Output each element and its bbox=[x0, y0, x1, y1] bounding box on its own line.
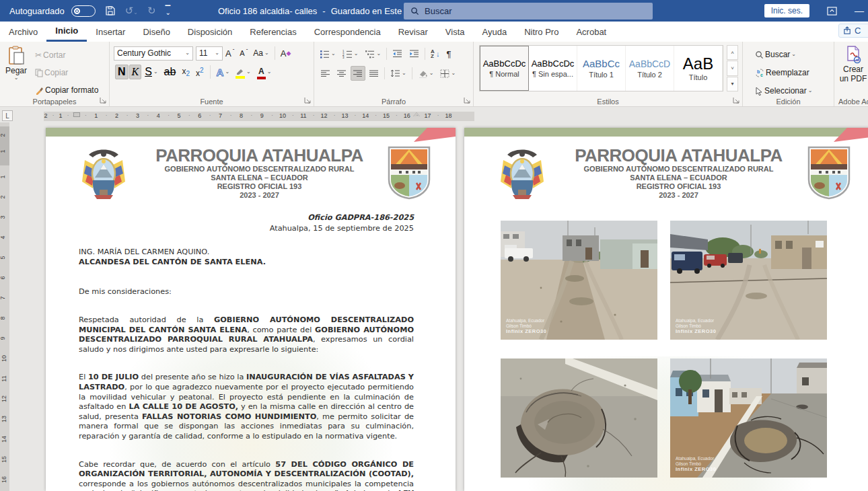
document-title[interactable]: Oficio 186 alcaldia- calles - Guardado e… bbox=[218, 6, 427, 16]
style-titulo2[interactable]: AaBbCcD Título 2 bbox=[626, 46, 674, 91]
save-icon[interactable] bbox=[105, 5, 116, 16]
create-pdf-label-1: Crear bbox=[843, 65, 863, 74]
shrink-font-button[interactable]: Aˇ bbox=[237, 46, 250, 61]
superscript-button[interactable]: x2 bbox=[193, 65, 207, 79]
grow-font-button[interactable]: Aˆ bbox=[223, 46, 237, 61]
clear-formatting-button[interactable]: A◆ bbox=[278, 46, 294, 61]
align-right-button[interactable] bbox=[351, 66, 365, 81]
subscript-button[interactable]: x2 bbox=[179, 65, 192, 79]
justify-button[interactable] bbox=[367, 66, 382, 81]
tab-correspondencia[interactable]: Correspondencia bbox=[305, 22, 390, 42]
tab-disposicion[interactable]: Disposición bbox=[179, 22, 241, 42]
estilos-dialog-launcher-icon[interactable] bbox=[733, 97, 740, 104]
page-2[interactable]: PARROQUIA ATAHUALPA GOBIERNO AUTÓNOMO DE… bbox=[464, 128, 868, 491]
style-normal-name: ¶ Normal bbox=[489, 70, 519, 78]
font-color-button[interactable]: A ⌄ bbox=[254, 65, 275, 79]
shading-button[interactable]: ⌄ bbox=[415, 66, 437, 81]
left-indent-marker[interactable] bbox=[73, 112, 80, 117]
create-pdf-button[interactable]: Crear un PDF bbox=[834, 42, 868, 83]
document-canvas[interactable]: PARROQUIA ATAHUALPA GOBIERNO AUTÓNOMO DE… bbox=[9, 122, 868, 491]
photo-street-sunken-asphalt[interactable]: Atahualpa, Ecuador Gilson Timbó Infinix … bbox=[670, 358, 827, 478]
styles-scroll-down-icon[interactable]: ˅ bbox=[727, 61, 738, 75]
italic-button[interactable]: K bbox=[129, 65, 142, 79]
photo-pothole-closeup[interactable] bbox=[501, 358, 657, 478]
bullets-button[interactable]: ⌄ bbox=[317, 46, 338, 61]
borders-icon bbox=[440, 69, 449, 78]
paragraph-1: Respetada autoridad de la GOBIERNO AUTÓN… bbox=[79, 315, 414, 354]
tab-acrobat[interactable]: Acrobat bbox=[567, 22, 615, 42]
select-label: Seleccionar bbox=[764, 86, 807, 96]
line-spacing-button[interactable]: ⌄ bbox=[388, 66, 409, 81]
align-center-button[interactable] bbox=[334, 66, 349, 81]
increase-indent-button[interactable] bbox=[406, 46, 422, 61]
strikethrough-button[interactable]: ab bbox=[161, 65, 179, 79]
ecuador-coat-of-arms bbox=[494, 145, 550, 202]
justify-icon bbox=[369, 70, 379, 77]
photo-street-with-truck[interactable]: Atahualpa, Ecuador Gilson Timbó Infinix … bbox=[501, 221, 657, 340]
borders-button[interactable]: ⌄ bbox=[437, 66, 458, 81]
svg-text:c: c bbox=[760, 73, 763, 77]
paragraph-3: Cabe recordar que, de acuerdo con el art… bbox=[79, 460, 414, 491]
tab-ayuda[interactable]: Ayuda bbox=[473, 22, 515, 42]
acrobat-pdf-icon bbox=[844, 46, 862, 65]
tab-nitro-pro[interactable]: Nitro Pro bbox=[515, 22, 567, 42]
tab-insertar[interactable]: Insertar bbox=[87, 22, 134, 42]
fuente-dialog-launcher-icon[interactable] bbox=[304, 97, 312, 104]
styles-scroll-up-icon[interactable]: ˄ bbox=[727, 45, 738, 60]
org-line3: REGISTRO OFICIAL 193 bbox=[132, 182, 387, 191]
portapapeles-dialog-launcher-icon[interactable] bbox=[100, 97, 107, 104]
group-label-estilos: Estilos bbox=[474, 98, 742, 106]
tab-archivo[interactable]: Archivo bbox=[0, 22, 46, 42]
undo-icon[interactable]: ↺⌄ bbox=[125, 5, 138, 17]
style-titulo[interactable]: AaB Título bbox=[674, 46, 723, 91]
h-ruler[interactable]: 21··1·2·3·4·5·6·7·8·9·10·11·12·13·14·15·… bbox=[44, 112, 474, 121]
style-sin-espaciado[interactable]: AaBbCcDc ¶ Sin espa... bbox=[529, 46, 577, 91]
font-size-chevron-icon: ⌄ bbox=[215, 50, 219, 56]
search-box[interactable]: Buscar bbox=[404, 3, 653, 20]
qat-customize-icon[interactable]: ▔⌄ bbox=[166, 7, 171, 14]
paste-button[interactable]: Pegar ⌄ bbox=[0, 42, 32, 98]
tab-diseno[interactable]: Diseño bbox=[134, 22, 178, 42]
page-1[interactable]: PARROQUIA ATAHUALPA GOBIERNO AUTÓNOMO DE… bbox=[46, 128, 456, 491]
select-button[interactable]: Seleccionar⌄ bbox=[752, 83, 834, 98]
title-separator: - bbox=[322, 6, 325, 16]
parrafo-dialog-launcher-icon[interactable] bbox=[464, 97, 471, 104]
styles-more-icon[interactable]: ▾ bbox=[727, 77, 738, 91]
style-titulo1[interactable]: AaBbCc Título 1 bbox=[577, 46, 626, 91]
autosave-toggle[interactable] bbox=[71, 5, 96, 17]
sort-button[interactable]: AZ↓ bbox=[428, 46, 442, 61]
bold-button[interactable]: N bbox=[115, 65, 129, 79]
change-case-button[interactable]: Aa⌄ bbox=[250, 46, 271, 61]
show-marks-button[interactable]: ¶ bbox=[443, 46, 454, 61]
paragraph-2: El 10 DE JULIO del presente año se hizo … bbox=[79, 373, 414, 441]
find-button[interactable]: Buscar⌄ bbox=[752, 47, 834, 62]
tab-stop-selector[interactable]: L bbox=[2, 110, 13, 121]
photo-street-with-cars[interactable]: Atahualpa, Ecuador Gilson Timbó Infinix … bbox=[670, 221, 827, 340]
underline-button[interactable]: S⌄ bbox=[142, 65, 160, 79]
multilevel-list-button[interactable]: ⌄ bbox=[362, 46, 384, 61]
font-family-chevron-icon: ⌄ bbox=[185, 50, 190, 56]
tab-referencias[interactable]: Referencias bbox=[241, 22, 305, 42]
share-button[interactable]: C bbox=[838, 24, 868, 38]
oficio-date: Atahualpa, 15 de septiembre de 2025 bbox=[79, 224, 414, 234]
format-painter-button[interactable]: Copiar formato bbox=[32, 83, 101, 98]
style-normal[interactable]: AaBbCcDc ¶ Normal bbox=[480, 46, 529, 91]
highlight-button[interactable]: ⌄ bbox=[233, 65, 254, 79]
tab-vista[interactable]: Vista bbox=[437, 22, 474, 42]
v-ruler[interactable]: 2112345678910111213141516 bbox=[0, 122, 9, 491]
minimize-button[interactable]: — bbox=[855, 5, 864, 16]
org-line3: REGISTRO OFICIAL 193 bbox=[550, 182, 807, 191]
decrease-indent-button[interactable] bbox=[390, 46, 405, 61]
font-size-combo[interactable]: 11 ⌄ bbox=[196, 46, 223, 61]
redo-icon[interactable]: ↻ bbox=[147, 5, 156, 17]
font-family-combo[interactable]: Century Gothic ⌄ bbox=[114, 46, 193, 61]
numbering-button[interactable]: 123 ⌄ bbox=[340, 46, 361, 61]
group-label-acrobat: Adobe Acrob bbox=[834, 98, 868, 106]
ribbon-display-options-icon[interactable] bbox=[827, 6, 837, 16]
align-left-button[interactable] bbox=[318, 66, 333, 81]
text-effects-button[interactable]: A⌄ bbox=[214, 65, 233, 79]
tab-revisar[interactable]: Revisar bbox=[390, 22, 437, 42]
tab-inicio[interactable]: Inicio bbox=[46, 22, 87, 42]
sign-in-button[interactable]: Inic. ses. bbox=[764, 4, 809, 17]
replace-button[interactable]: b c Reemplazar bbox=[752, 65, 834, 80]
